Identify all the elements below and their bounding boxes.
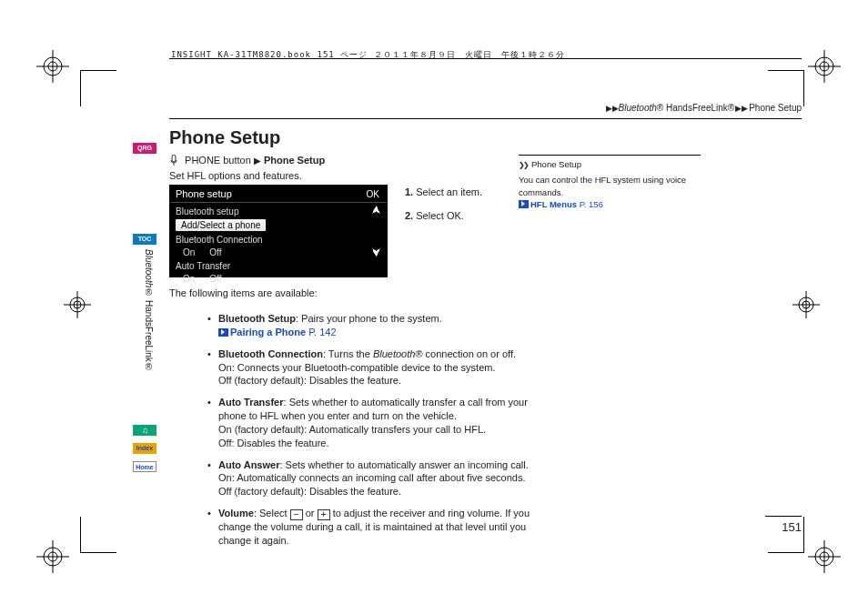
subtitle: Set HFL options and features. <box>169 170 302 181</box>
link-pairing[interactable]: Pairing a Phone <box>230 327 306 337</box>
device-screenshot: Phone setup OK ⮝⮟ Bluetooth setup Add/Se… <box>169 185 388 277</box>
ss-row: Bluetooth Connection <box>176 234 381 247</box>
link-hfl-menus[interactable]: HFL Menus <box>530 199 577 209</box>
content-rule <box>169 118 802 119</box>
side-note: ❯❯Phone Setup You can control the HFL sy… <box>519 155 701 210</box>
ss-row: Auto Transfer <box>176 260 381 273</box>
ss-row: Bluetooth setup <box>176 206 381 218</box>
reg-mark-icon <box>808 50 841 83</box>
reg-mark-icon <box>808 540 841 573</box>
list-item: Bluetooth Setup: Pairs your phone to the… <box>218 312 537 339</box>
page-num-rule <box>765 516 802 517</box>
reg-mark-icon <box>64 291 91 318</box>
source-meta: INSIGHT_KA-31TM8820.book 151 ページ ２０１１年８月… <box>171 49 565 61</box>
list-item: Bluetooth Connection: Turns the Bluetoot… <box>218 347 537 388</box>
page-title: Phone Setup <box>169 127 280 148</box>
plus-icon: + <box>318 509 330 520</box>
ss-ok: OK <box>365 189 381 199</box>
tab-home[interactable]: Home <box>133 461 156 472</box>
list-item: Auto Answer: Sets whether to automatical… <box>218 458 537 499</box>
breadcrumb: ▶▶Bluetooth® HandsFreeLink®▶▶Phone Setup <box>606 103 802 113</box>
list-item: Volume: Select − or + to adjust the rece… <box>218 507 537 548</box>
page-number: 151 <box>782 520 802 534</box>
list-item: Auto Transfer: Sets whether to automatic… <box>218 396 537 449</box>
tab-index[interactable]: Index <box>133 443 156 454</box>
tab-voice[interactable]: ♫ <box>133 425 156 436</box>
tab-toc[interactable]: TOC <box>133 234 156 245</box>
side-section-label: Bluetooth® HandsFreeLink® <box>144 249 154 372</box>
reg-mark-icon <box>792 291 820 318</box>
minus-icon: − <box>290 509 303 520</box>
tab-qrg[interactable]: QRG <box>133 143 156 154</box>
up-arrow-icon: ⮝ <box>370 205 383 215</box>
reg-mark-icon <box>36 540 69 573</box>
steps: 1. Select an item. 2. Select OK. <box>405 185 482 224</box>
ss-title: Phone setup <box>176 188 232 199</box>
available-label: The following items are available: <box>169 287 318 298</box>
nav-path: PHONE button ▶ Phone Setup <box>169 155 325 166</box>
voice-icon <box>169 155 178 166</box>
reg-mark-icon <box>36 50 69 83</box>
link-icon <box>218 328 228 337</box>
top-rule <box>169 58 802 59</box>
feature-list: Bluetooth Setup: Pairs your phone to the… <box>182 312 537 556</box>
link-icon <box>519 200 529 208</box>
down-arrow-icon: ⮟ <box>370 247 383 257</box>
ss-selected: Add/Select a phone <box>176 219 266 231</box>
